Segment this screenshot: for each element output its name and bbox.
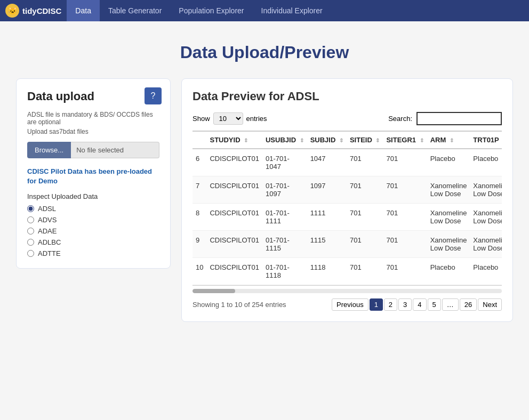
entries-select[interactable]: 10 25 50 100 <box>213 112 243 125</box>
table-controls: Show 10 25 50 100 entries Search: <box>193 112 502 125</box>
pagination-row: Showing 1 to 10 of 254 entries Previous … <box>193 298 502 311</box>
cell-sitegr1: 701 <box>383 149 427 176</box>
cell-arm: Placebo <box>427 149 470 176</box>
radio-adlbc-label: ADLBC <box>38 238 61 246</box>
next-button[interactable]: Next <box>478 298 502 311</box>
cell-studyid: CDISCPILOT01 <box>206 149 262 176</box>
preview-title: Data Preview for ADSL <box>193 90 502 103</box>
radio-adsl[interactable]: ADSL <box>27 205 159 213</box>
page-5-button[interactable]: 5 <box>428 298 441 311</box>
radio-advs[interactable]: ADVS <box>27 216 159 224</box>
nav-data[interactable]: Data <box>67 0 100 21</box>
cell-siteid: 701 <box>347 149 383 176</box>
cell-trt01p: Xanomeline Low Dose <box>470 231 502 258</box>
pagination-info: Showing 1 to 10 of 254 entries <box>193 301 286 309</box>
page-ellipsis: … <box>442 298 459 311</box>
radio-adtte-label: ADTTE <box>38 249 61 257</box>
cell-trt01p: Placebo <box>470 149 502 176</box>
brand-icon: 🐱 <box>5 4 19 18</box>
cell-arm: Xanomeline Low Dose <box>427 231 470 258</box>
table-scroll-container[interactable]: STUDYID ⇕ USUBJID ⇕ SUBJID ⇕ SITEID ⇕ SI… <box>193 131 502 293</box>
show-label: Show <box>193 115 210 123</box>
page-title: Data Upload/Preview <box>16 43 513 62</box>
radio-adlbc[interactable]: ADLBC <box>27 238 159 246</box>
page-3-button[interactable]: 3 <box>398 298 412 311</box>
cell-usubjid: 01-701-1118 <box>262 258 307 285</box>
radio-advs-label: ADVS <box>38 216 57 224</box>
page-2-button[interactable]: 2 <box>384 298 397 311</box>
cell-siteid: 701 <box>347 204 383 231</box>
brand: 🐱 tidyCDISC <box>5 4 61 18</box>
radio-adlbc-input[interactable] <box>27 239 34 246</box>
radio-adsl-input[interactable] <box>27 205 34 212</box>
col-usubjid[interactable]: USUBJID ⇕ <box>262 132 307 149</box>
table-row: 10 CDISCPILOT01 01-701-1118 1118 701 701… <box>193 258 502 285</box>
sidebar-note2: Upload sas7bdat files <box>27 128 159 135</box>
search-label: Search: <box>388 115 412 123</box>
cell-sitegr1: 701 <box>383 231 427 258</box>
no-file-label: No file selected <box>71 142 159 158</box>
radio-adae-input[interactable] <box>27 228 34 235</box>
prev-button[interactable]: Previous <box>332 298 368 311</box>
table-row: 7 CDISCPILOT01 01-701-1097 1097 701 701 … <box>193 176 502 204</box>
col-sitegr1[interactable]: SITEGR1 ⇕ <box>383 132 427 149</box>
layout: Data upload ? ADSL file is mandatory & B… <box>16 78 513 322</box>
radio-adae-label: ADAE <box>38 227 57 235</box>
cell-subjid: 1118 <box>307 258 347 285</box>
col-num <box>193 132 206 149</box>
col-studyid[interactable]: STUDYID ⇕ <box>206 132 262 149</box>
search-input[interactable] <box>416 112 502 125</box>
cell-num: 6 <box>193 149 206 176</box>
cell-usubjid: 01-701-1111 <box>262 204 307 231</box>
radio-advs-input[interactable] <box>27 216 34 223</box>
sidebar-note1: ADSL file is mandatory & BDS/ OCCDS file… <box>27 111 159 126</box>
cell-arm: Xanomeline Low Dose <box>427 204 470 231</box>
cell-trt01p: Placebo <box>470 258 502 285</box>
demo-notice: CDISC Pilot Data has been pre-loaded for… <box>27 167 159 186</box>
cell-subjid: 1111 <box>307 204 347 231</box>
page-26-button[interactable]: 26 <box>460 298 477 311</box>
radio-adsl-label: ADSL <box>38 205 56 213</box>
page: Data Upload/Preview Data upload ? ADSL f… <box>0 21 529 338</box>
radio-adae[interactable]: ADAE <box>27 227 159 235</box>
cell-siteid: 701 <box>347 231 383 258</box>
cell-usubjid: 01-701-1047 <box>262 149 307 176</box>
col-siteid[interactable]: SITEID ⇕ <box>347 132 383 149</box>
cell-trt01p: Xanomeline Low Dose <box>470 176 502 204</box>
cell-usubjid: 01-701-1097 <box>262 176 307 204</box>
cell-arm: Xanomeline Low Dose <box>427 176 470 204</box>
main-panel: Data Preview for ADSL Show 10 25 50 100 … <box>181 78 513 322</box>
cell-num: 8 <box>193 204 206 231</box>
help-button[interactable]: ? <box>145 87 162 104</box>
radio-group: ADSL ADVS ADAE ADLBC ADTTE <box>27 205 159 257</box>
cell-subjid: 1115 <box>307 231 347 258</box>
col-arm[interactable]: ARM ⇕ <box>427 132 470 149</box>
radio-adtte-input[interactable] <box>27 250 34 257</box>
cell-num: 7 <box>193 176 206 204</box>
cell-siteid: 701 <box>347 176 383 204</box>
table-row: 9 CDISCPILOT01 01-701-1115 1115 701 701 … <box>193 231 502 258</box>
col-subjid[interactable]: SUBJID ⇕ <box>307 132 347 149</box>
page-4-button[interactable]: 4 <box>413 298 426 311</box>
scrollbar-row[interactable] <box>193 289 502 293</box>
data-table: STUDYID ⇕ USUBJID ⇕ SUBJID ⇕ SITEID ⇕ SI… <box>193 131 502 285</box>
browse-button[interactable]: Browse... <box>27 142 71 158</box>
navbar: 🐱 tidyCDISC Data Table Generator Populat… <box>0 0 529 21</box>
show-entries: Show 10 25 50 100 entries <box>193 112 267 125</box>
scrollbar-thumb <box>193 289 235 293</box>
sidebar: Data upload ? ADSL file is mandatory & B… <box>16 78 171 269</box>
table-wrapper[interactable]: STUDYID ⇕ USUBJID ⇕ SUBJID ⇕ SITEID ⇕ SI… <box>193 131 502 286</box>
col-trt01p[interactable]: TRT01P ⇕ <box>470 132 502 149</box>
page-1-button[interactable]: 1 <box>370 298 383 311</box>
cell-usubjid: 01-701-1115 <box>262 231 307 258</box>
sidebar-title: Data upload <box>27 90 159 103</box>
cell-num: 9 <box>193 231 206 258</box>
cell-subjid: 1047 <box>307 149 347 176</box>
cell-trt01p: Xanomeline Low Dose <box>470 204 502 231</box>
entries-label: entries <box>246 115 267 123</box>
cell-sitegr1: 701 <box>383 204 427 231</box>
nav-table-generator[interactable]: Table Generator <box>100 0 170 21</box>
radio-adtte[interactable]: ADTTE <box>27 249 159 257</box>
nav-individual-explorer[interactable]: Individual Explorer <box>253 0 331 21</box>
nav-population-explorer[interactable]: Population Explorer <box>170 0 252 21</box>
